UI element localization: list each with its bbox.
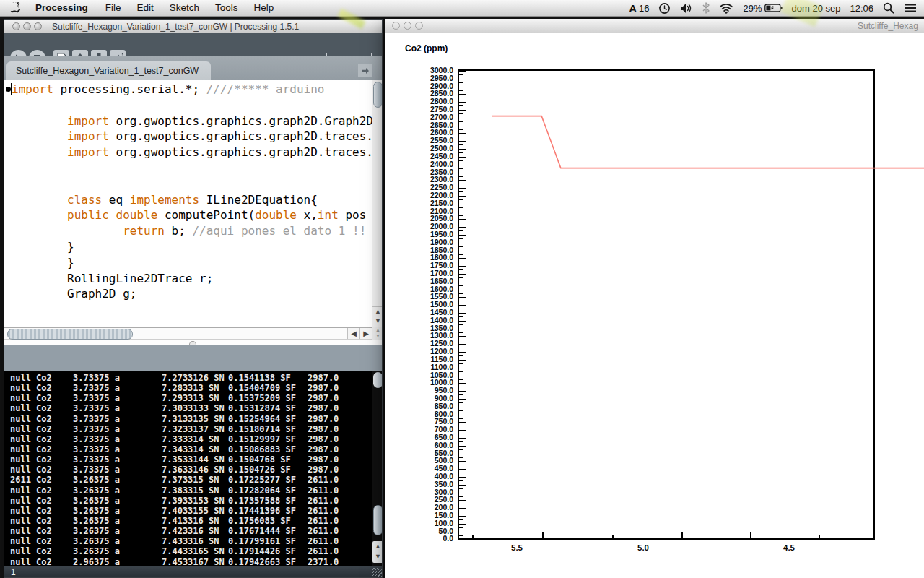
divider-strip (4, 340, 383, 345)
resize-grip-icon[interactable] (372, 568, 382, 577)
code-line (12, 176, 372, 192)
scroll-left-arrow[interactable]: ◀ (347, 328, 359, 339)
ide-title-bar[interactable]: Sutcliffe_Hexagon_Variation_1_test7_conG… (4, 20, 382, 34)
code-line: public double computePoint(double x,int … (12, 207, 372, 223)
battery-percent: 29% (743, 3, 762, 14)
line-number: 1 (11, 567, 16, 577)
code-line (12, 98, 372, 113)
x-tick (612, 535, 614, 538)
console-row: null Co23.26375 a7.383315 SN0.17282064 S… (10, 486, 370, 496)
battery-icon (764, 4, 783, 12)
console-row: null Co23.26375 a7.433316 SN0.17799161 S… (10, 536, 370, 546)
input-source-indicator[interactable]: A 16 (629, 2, 649, 14)
zoom-button[interactable] (34, 22, 42, 30)
processing-ide-window: Sutcliffe_Hexagon_Variation_1_test7_conG… (4, 19, 383, 578)
list-icon (904, 3, 917, 13)
spotlight-menu[interactable] (883, 2, 894, 14)
y-axis-minor-ticks (459, 74, 463, 539)
tab-menu-button[interactable] (358, 64, 372, 77)
console-row: 2611 Co23.26375 a7.373315 SN0.17225277 S… (10, 475, 370, 485)
search-icon (883, 2, 894, 14)
console-output[interactable]: null Co23.73375 a7.2733126 SN0.1541138 S… (4, 371, 383, 566)
volume-menu[interactable] (680, 3, 693, 14)
console-row: null Co23.73375 a7.3033133 SN0.15312874 … (10, 403, 370, 413)
message-area (4, 345, 383, 371)
close-button[interactable] (392, 22, 400, 30)
vertical-scroll-arrows[interactable]: ▲▼ (372, 306, 383, 327)
graph-window-title: Sutcliffe_Hexag (858, 21, 918, 31)
x-tick (681, 532, 683, 538)
code-line: import org.gwoptics.graphics.graph2D.tra… (12, 144, 372, 160)
console-row: null Co23.73375 a7.343314 SN0.15086883 S… (10, 444, 370, 454)
code-text: import processing.serial.*; ////***** ar… (12, 82, 372, 302)
console-row: null Co23.73375 a7.293313 SN0.15375209 S… (10, 393, 370, 403)
zoom-button[interactable] (415, 22, 423, 30)
notification-center-menu[interactable] (904, 3, 917, 13)
sync-menu[interactable] (658, 2, 671, 14)
x-tick (542, 532, 544, 538)
console-scroll-arrows[interactable]: ▲▼ (372, 541, 383, 563)
x-tick (819, 535, 820, 538)
graph-title-bar[interactable]: Sutcliffe_Hexag (385, 19, 924, 33)
apple-menu[interactable] (0, 2, 26, 14)
menu-help[interactable]: Help (246, 0, 282, 16)
clock-time[interactable]: 12:06 (850, 3, 873, 14)
code-line: import org.gwoptics.graphics.graph2D.Gra… (12, 113, 372, 129)
console-row: null Co22.96375 a7.4533167 SN0.17942663 … (10, 557, 370, 566)
wifi-menu[interactable] (719, 3, 733, 14)
wifi-icon (719, 3, 733, 14)
console-scroll-thumb[interactable] (373, 505, 383, 535)
console-row: null Co23.73375 a7.3633146 SN0.1504726 S… (10, 465, 370, 475)
plot-area (458, 69, 875, 540)
editor-horizontal-scrollbar[interactable]: ◀ ▶ (4, 327, 372, 340)
code-line: Graph2D g; (12, 286, 372, 302)
window-title: Sutcliffe_Hexagon_Variation_1_test7_conG… (52, 22, 299, 32)
ide-status-bar: 1 (4, 566, 383, 578)
console-row: null Co23.73375 a7.3533144 SN0.1504768 S… (10, 454, 370, 465)
divider-notch-handle[interactable] (189, 341, 196, 345)
ide-toolbar: STANDARD (4, 33, 382, 56)
code-line (12, 160, 372, 176)
breakpoint-bullet (6, 87, 11, 92)
tab-arrow-icon (362, 67, 370, 74)
console-row: null Co23.26375 a7.413316 SN0.1756083 SF… (10, 516, 370, 526)
code-line: class eq implements ILine2DEquation{ (12, 192, 372, 208)
editor-vertical-scrollbar[interactable]: ▲▼ (372, 80, 383, 327)
x-tick (472, 535, 474, 538)
x-tick-label: 4.5 (783, 543, 795, 552)
battery-menu[interactable]: 29% (743, 3, 782, 14)
menu-sketch[interactable]: Sketch (162, 0, 207, 16)
console-row: null Co23.73375 a7.3233137 SN0.15180714 … (10, 424, 370, 434)
console-row: null Co23.73375 a7.283313 SN0.15404709 S… (10, 383, 370, 393)
console-scroll-cap (373, 372, 383, 388)
menu-edit[interactable]: Edit (129, 0, 162, 16)
code-editor[interactable]: import processing.serial.*; ////***** ar… (4, 80, 372, 327)
horizontal-scroll-thumb[interactable] (7, 329, 133, 340)
minimize-button[interactable] (404, 22, 411, 30)
y-axis-title: Co2 (ppm) (405, 43, 448, 53)
close-button[interactable] (12, 22, 20, 30)
scrollbar-corner: ▲▼ (372, 327, 383, 340)
sketch-tab[interactable]: Sutcliffe_Hexagon_Variation_1_test7_conG… (6, 61, 211, 80)
sync-clock-icon (658, 2, 671, 14)
menu-file[interactable]: File (97, 0, 129, 16)
menu-tools[interactable]: Tools (207, 0, 246, 16)
minimize-button[interactable] (23, 22, 31, 30)
console-rows: null Co23.73375 a7.2733126 SN0.1541138 S… (10, 373, 370, 566)
code-line: } (12, 239, 372, 255)
x-tick (750, 532, 751, 538)
graph-window: Sutcliffe_Hexag Co2 (ppm) 3000.02950.029… (385, 19, 924, 578)
console-row: null Co23.73375 a7.2733126 SN0.1541138 S… (10, 373, 370, 383)
scroll-right-arrow[interactable]: ▶ (359, 328, 372, 339)
console-row: null Co23.26375 a7.3933153 SN0.17357588 … (10, 496, 370, 506)
code-line: } (12, 255, 372, 271)
vertical-scroll-thumb[interactable] (373, 82, 383, 108)
console-scrollbar[interactable]: ▲▼ (372, 371, 383, 566)
y-tick-label: 0.0 (406, 535, 453, 543)
console-row: null Co23.73375 a7.3133135 SN0.15254964 … (10, 414, 370, 424)
code-line: RollingLine2DTrace r; (12, 271, 372, 287)
menu-processing[interactable]: Processing (26, 0, 97, 16)
apple-icon (10, 2, 20, 14)
console-row: null Co23.26375 a7.4433165 SN0.17914426 … (10, 546, 370, 556)
bluetooth-menu[interactable] (702, 2, 710, 14)
